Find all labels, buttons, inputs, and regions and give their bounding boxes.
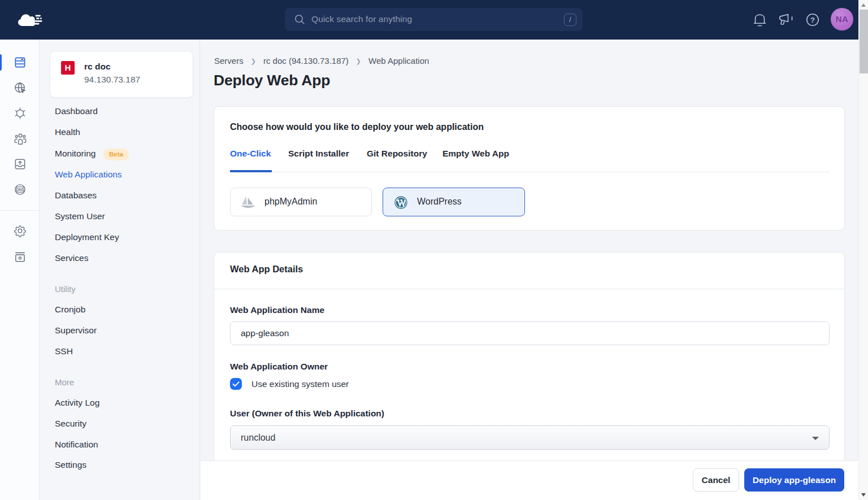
svg-text:?: ? (810, 16, 815, 24)
svg-text:DNS: DNS (16, 188, 24, 192)
